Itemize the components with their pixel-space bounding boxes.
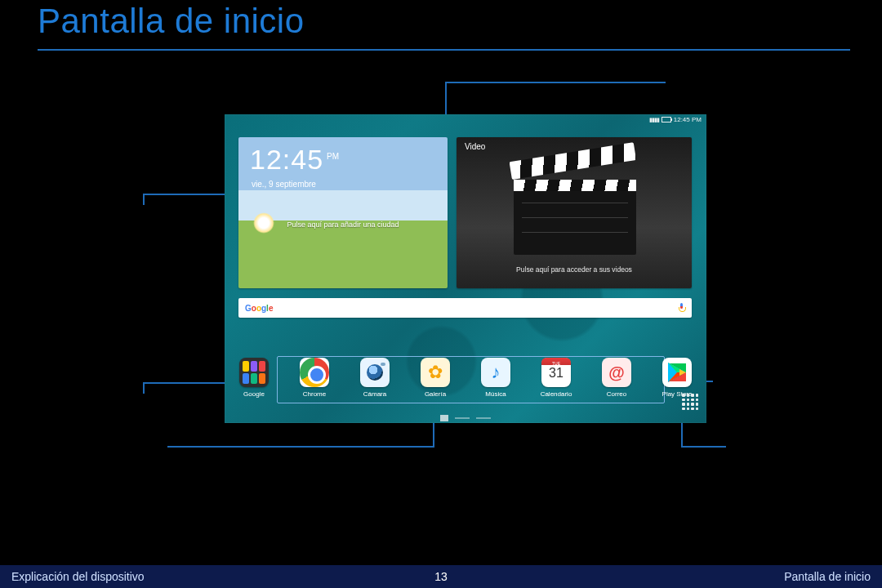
callout-line [143,194,225,195]
clock-add-city-hint[interactable]: Pulse aquí para añadir una ciudad [238,220,448,229]
manual-page: Pantalla de inicio 12:45 PM 12:45PM vie.… [0,0,882,588]
callout-line [143,194,145,205]
video-open-hint[interactable]: Pulse aquí para acceder a sus videos [457,265,692,274]
clock-hm: 12:45 [250,144,323,175]
clock-date: vie., 9 septiembre [252,180,316,189]
video-widget[interactable]: Video Pulse aquí para acceder a sus vide… [457,137,692,288]
app-play-store[interactable]: Play Store [658,358,696,398]
music-note-icon [481,358,510,387]
app-gallery[interactable]: Galería [416,358,454,398]
callout-line [143,382,145,394]
footer-topic: Pantalla de inicio [784,570,871,583]
clock-time: 12:45PM [250,144,339,176]
clock-weather-widget[interactable]: 12:45PM vie., 9 septiembre Pulse aquí pa… [238,137,448,288]
battery-icon [662,117,671,122]
app-label: Calendario [537,390,575,398]
title-rule [38,49,850,51]
app-label: Chrome [296,390,333,398]
folder-icon [239,358,269,387]
page-dot [476,417,491,419]
apps-drawer-button[interactable] [682,394,698,410]
status-clock: 12:45 PM [674,116,702,123]
app-calendar[interactable]: TUE 31 Calendario [537,358,575,398]
app-label: Google [235,390,273,398]
page-title: Pantalla de inicio [38,2,305,41]
video-widget-title: Video [465,142,485,151]
svg-marker-2 [668,372,686,382]
calendar-icon: TUE 31 [541,358,571,387]
flower-icon [421,358,450,387]
callout-line [445,82,666,83]
app-label: Galería [416,390,454,398]
play-store-icon [662,358,692,387]
clapperboard-icon [514,178,636,256]
page-dot [455,417,470,419]
clock-ampm: PM [327,152,339,161]
app-dock: Google Chrome Cámara Galería Música TUE [225,358,706,416]
callout-line [681,446,726,448]
camera-icon [360,358,390,387]
app-camera[interactable]: Cámara [356,358,394,398]
page-footer: Explicación del dispositivo 13 Pantalla … [0,565,882,588]
app-label: Música [477,390,514,398]
at-sign-icon [602,358,631,387]
status-bar: 12:45 PM [649,116,702,123]
callout-line [681,423,683,448]
callout-line [167,446,434,448]
mic-icon[interactable] [678,303,685,313]
app-label: Correo [598,390,635,398]
home-page-indicator[interactable] [225,415,706,421]
signal-icon [649,116,659,123]
calendar-daynum: 31 [541,366,571,381]
chrome-icon [300,358,329,387]
app-google-folder[interactable]: Google [235,358,273,398]
svg-marker-0 [668,363,686,382]
app-chrome[interactable]: Chrome [296,358,333,398]
callout-line [445,82,447,114]
app-label: Cámara [356,390,394,398]
app-mail[interactable]: Correo [598,358,635,398]
callout-line [433,423,434,448]
tablet-home-screen: 12:45 PM 12:45PM vie., 9 septiembre Puls… [225,114,706,423]
google-search-bar[interactable]: Google [238,298,692,318]
app-music[interactable]: Música [477,358,514,398]
svg-marker-3 [679,369,686,376]
page-dot-current [440,415,448,421]
footer-page-number: 13 [0,570,882,583]
google-logo: Google [245,304,273,313]
svg-marker-1 [668,363,686,372]
